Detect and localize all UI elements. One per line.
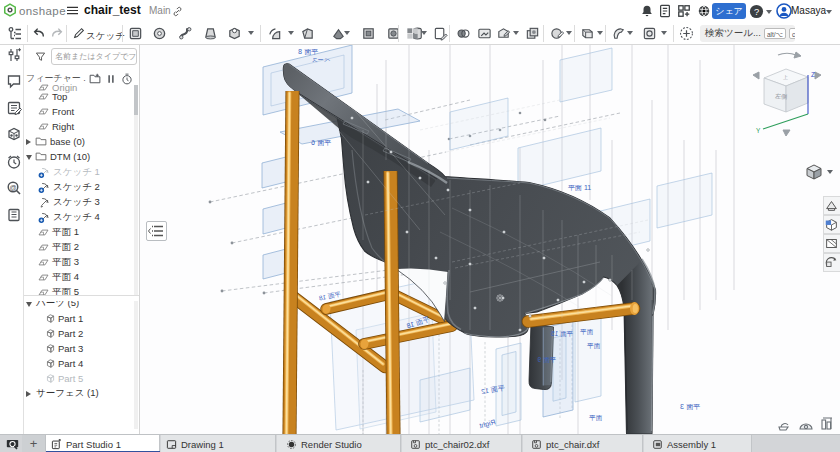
svg-text:平面 3: 平面 3	[680, 403, 700, 411]
svg-text:@: @	[9, 184, 16, 191]
svg-text:平面 9: 平面 9	[537, 356, 556, 363]
svg-text:面平: 面平	[589, 414, 603, 421]
svg-text:Y: Y	[756, 127, 761, 134]
svg-text:上: 上	[783, 74, 788, 80]
svg-text:平面 15: 平面 15	[551, 330, 573, 337]
svg-text:平面 8: 平面 8	[298, 48, 318, 56]
svg-text:面平: 面平	[580, 328, 594, 335]
svg-text:ベース: ベース	[312, 57, 330, 63]
svg-text:?: ?	[754, 7, 759, 17]
svg-text:Z: Z	[811, 71, 815, 78]
svg-text:平面 6: 平面 6	[311, 139, 331, 147]
svg-text:平面 11: 平面 11	[568, 184, 591, 192]
svg-text:面平: 面平	[587, 342, 601, 349]
